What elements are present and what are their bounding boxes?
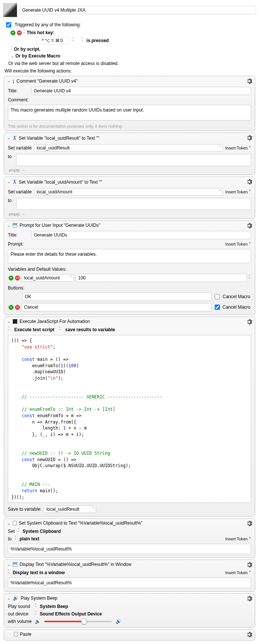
- hotkey-field[interactable]: ^⌥⇧⌘0: [36, 37, 69, 44]
- gear-icon[interactable]: [246, 595, 253, 602]
- action-paste: Paste: [4, 629, 255, 641]
- trigger-stepper[interactable]: ˄˅: [23, 30, 25, 35]
- comment-icon: ¡: [13, 78, 14, 84]
- empty-indicator: empty →: [4, 167, 255, 172]
- btn-ok-input[interactable]: [22, 293, 212, 301]
- will-execute-label: Will execute the following actions:: [0, 68, 259, 74]
- clipboard-stepper[interactable]: ˄˅: [18, 529, 20, 534]
- ok-cancelmacro-checkbox[interactable]: [215, 294, 220, 299]
- result-mode-stepper[interactable]: ˄˅: [59, 327, 61, 332]
- btn-cancel-input[interactable]: [21, 303, 212, 311]
- value-textarea[interactable]: [16, 154, 251, 166]
- gear-icon[interactable]: [246, 561, 253, 568]
- empty-indicator: empty →: [4, 211, 255, 216]
- insert-token[interactable]: Insert Token ˅: [225, 190, 251, 195]
- disclose-icon[interactable]: ⌄: [7, 136, 11, 140]
- out-label: out device: [8, 611, 32, 617]
- macro-icon[interactable]: [3, 3, 17, 17]
- display-mode-stepper[interactable]: ˄˅: [8, 570, 10, 575]
- prompt-textarea[interactable]: Please enter the details for these varia…: [8, 249, 251, 263]
- variable-select[interactable]: local_uuidAmount: [34, 188, 223, 196]
- vol-label: with volume: [8, 619, 32, 624]
- buttons-label: Buttons:: [4, 283, 255, 291]
- title-input[interactable]: [31, 231, 251, 239]
- gear-icon[interactable]: [246, 134, 253, 141]
- gear-icon[interactable]: [246, 318, 253, 325]
- action-header-text: Prompt for User Input "Generate UUIDs": [20, 223, 100, 228]
- disclose-icon[interactable]: ⌄: [7, 319, 11, 324]
- display-textarea[interactable]: %Variable%local_uuidResult%: [8, 578, 251, 588]
- script-mode-stepper[interactable]: ˄˅: [8, 327, 10, 332]
- hotkey-stepper-2[interactable]: ˄˅: [81, 38, 83, 43]
- hotkey-label: This hot key:: [27, 30, 54, 35]
- clipboard-icon: [13, 521, 17, 525]
- or-by-exec-macro: Or by Execute Macro: [15, 53, 60, 59]
- value-textarea[interactable]: [16, 198, 251, 210]
- sound-icon: 🔊: [13, 596, 18, 601]
- gear-icon[interactable]: [246, 520, 253, 527]
- gear-icon[interactable]: [246, 222, 253, 229]
- variable-select[interactable]: local_uuidResult: [34, 144, 223, 152]
- save-var-select[interactable]: local_uuidResult: [44, 505, 96, 513]
- exec-opt: Execute text script: [14, 327, 54, 332]
- cancel-cancelmacro-checkbox[interactable]: [215, 305, 220, 310]
- add-button-icon[interactable]: +: [9, 305, 14, 310]
- window-icon: [13, 562, 17, 567]
- action-header-text: Play System Beep: [21, 596, 57, 601]
- code-editor[interactable]: (() => { "use strict"; const main = () =…: [8, 335, 251, 503]
- save-opt: save results to variable: [65, 327, 115, 332]
- gear-icon[interactable]: [246, 178, 253, 185]
- terminal-icon: [13, 319, 17, 324]
- script-stepper[interactable]: ˄˅: [11, 47, 12, 52]
- remove-button-icon[interactable]: −: [15, 305, 20, 310]
- device-name: Sound Effects Output Device: [40, 611, 102, 617]
- comment-note: This action is for documentation purpose…: [4, 122, 255, 128]
- disclose-icon[interactable]: ⌄: [7, 562, 11, 567]
- var-name-select[interactable]: local_uuidAmount: [21, 274, 74, 282]
- var-default-input[interactable]: [75, 274, 247, 282]
- action-comment: ⌄ ¡ Comment "Generate UUID v4" Title: Co…: [4, 76, 255, 131]
- var-type-stepper[interactable]: ˄˅: [248, 275, 250, 281]
- add-var-icon[interactable]: +: [9, 276, 14, 281]
- action-header-text: Set System Clipboard to Text "%Variable%…: [19, 520, 143, 526]
- disclose-icon[interactable]: ⌄: [7, 521, 11, 526]
- set-variable-label: Set variable: [8, 189, 32, 195]
- volume-slider[interactable]: [44, 621, 112, 622]
- device-stepper[interactable]: ˄˅: [35, 611, 37, 617]
- hotkey-suffix: is pressed: [86, 38, 108, 43]
- gear-icon[interactable]: [246, 78, 253, 84]
- hotkey-stepper-1[interactable]: ˄˅: [72, 38, 74, 43]
- to-label: to: [8, 154, 14, 159]
- disclose-icon[interactable]: ⌄: [7, 596, 11, 601]
- disclose-icon[interactable]: ⌄: [7, 179, 11, 184]
- variable-icon: X: [13, 179, 17, 185]
- variable-icon: X: [13, 135, 17, 141]
- disclose-icon[interactable]: ⌄: [7, 78, 11, 83]
- format-stepper[interactable]: ˄˅: [15, 536, 17, 541]
- insert-token[interactable]: Insert Token ˅: [225, 537, 251, 541]
- clipboard-textarea[interactable]: %Variable%local_uuidResult%: [8, 544, 251, 554]
- title-input[interactable]: [31, 87, 251, 95]
- action-header-text: Set Variable "local_uuidResult" to Text …: [19, 136, 99, 141]
- add-trigger-icon[interactable]: +: [11, 30, 15, 35]
- comment-textarea[interactable]: This macro generates multiple random UUI…: [8, 105, 251, 121]
- cancel-macro-label: Cancel Macro: [223, 294, 250, 299]
- insert-token[interactable]: Insert Token ˅: [225, 242, 251, 247]
- remove-trigger-icon[interactable]: −: [17, 30, 22, 35]
- action-jxa: ⌄ Execute JavaScript For Automation ˄˅ E…: [4, 317, 255, 517]
- macro-title-input[interactable]: [20, 6, 256, 14]
- action-header-text: Comment "Generate UUID v4": [17, 78, 78, 84]
- exec-macro-disclose[interactable]: ⌄: [11, 54, 14, 59]
- triggered-checkbox[interactable]: [6, 22, 11, 27]
- insert-token[interactable]: Insert Token ˅: [225, 570, 251, 575]
- gear-icon[interactable]: [246, 631, 253, 638]
- remove-var-icon[interactable]: −: [15, 276, 20, 281]
- insert-token[interactable]: Insert Token ˅: [225, 146, 251, 151]
- cancel-macro-label: Cancel Macro: [223, 305, 250, 310]
- action-header-text: Set Variable "local_uuidAmount" to Text …: [19, 179, 102, 185]
- action-clipboard: ⌄ Set System Clipboard to Text "%Variabl…: [4, 518, 255, 558]
- disclose-icon[interactable]: ⌄: [7, 223, 11, 228]
- save-label: Save to variable:: [8, 507, 41, 512]
- action-set-variable-2: ⌄ X Set Variable "local_uuidAmount" to T…: [4, 176, 255, 219]
- sound-stepper[interactable]: ˄˅: [35, 604, 37, 609]
